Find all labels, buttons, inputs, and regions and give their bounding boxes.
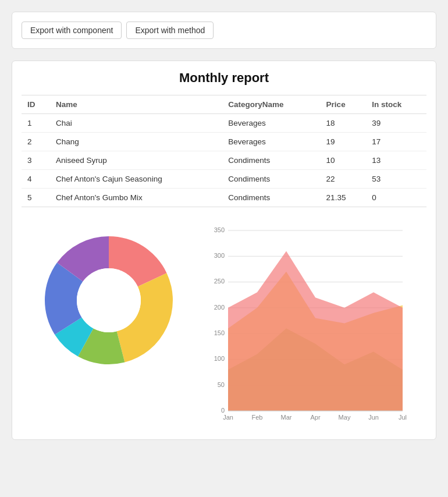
col-id: ID <box>22 95 50 114</box>
col-stock: In stock <box>366 95 426 114</box>
col-price: Price <box>321 95 367 114</box>
y-tick-label: 300 <box>214 252 225 259</box>
report-table: ID Name CategoryName Price In stock 1Cha… <box>22 95 426 207</box>
toolbar-card: Export with component Export with method <box>12 12 436 49</box>
donut-center <box>77 268 141 332</box>
report-card: Monthly report ID Name CategoryName Pric… <box>12 61 436 440</box>
y-tick-label: 100 <box>214 355 225 362</box>
col-category: CategoryName <box>222 95 320 114</box>
y-tick-label: 150 <box>214 329 225 336</box>
table-row: 3Aniseed SyrupCondiments1013 <box>22 151 426 170</box>
table-row: 2ChangBeverages1917 <box>22 133 426 151</box>
y-tick-label: 250 <box>214 278 225 285</box>
btn-group: Export with component Export with method <box>22 22 426 39</box>
area-series <box>228 251 403 411</box>
donut-label: Other <box>66 228 82 235</box>
x-tick-label: Jun <box>368 414 379 421</box>
export-method-button[interactable]: Export with method <box>126 22 214 39</box>
col-name: Name <box>50 95 222 114</box>
area-chart-container: 050100150200250300350JanFebMarAprMayJunJ… <box>202 219 426 430</box>
donut-label: Nuclear <box>167 329 189 336</box>
x-tick-label: Jul <box>399 414 407 421</box>
table-header-row: ID Name CategoryName Price In stock <box>22 95 426 114</box>
y-tick-label: 200 <box>214 304 225 311</box>
table-row: 4Chef Anton's Cajun SeasoningCondiments2… <box>22 170 426 189</box>
x-tick-label: May <box>339 414 351 421</box>
table-row: 1ChaiBeverages1839 <box>22 114 426 133</box>
y-tick-label: 350 <box>214 226 225 233</box>
x-tick-label: Jan <box>223 414 233 421</box>
x-tick-label: Mar <box>281 414 292 421</box>
y-tick-label: 50 <box>218 381 225 388</box>
export-component-button[interactable]: Export with component <box>22 22 122 39</box>
donut-label: Wind <box>27 294 40 301</box>
x-tick-label: Feb <box>252 414 263 421</box>
report-title: Monthly report <box>22 70 426 86</box>
donut-label: Coal <box>93 372 106 379</box>
charts-row: HydroelectricNuclearCoalSolarWindOther 0… <box>22 219 426 430</box>
donut-chart-container: HydroelectricNuclearCoalSolarWindOther <box>22 219 196 382</box>
table-row: 5Chef Anton's Gumbo MixCondiments21.350 <box>22 189 426 207</box>
x-tick-label: Apr <box>310 414 320 421</box>
y-tick-label: 0 <box>221 407 225 414</box>
donut-label: Solar <box>49 352 64 359</box>
donut-label: Hydroelectric <box>131 231 169 238</box>
